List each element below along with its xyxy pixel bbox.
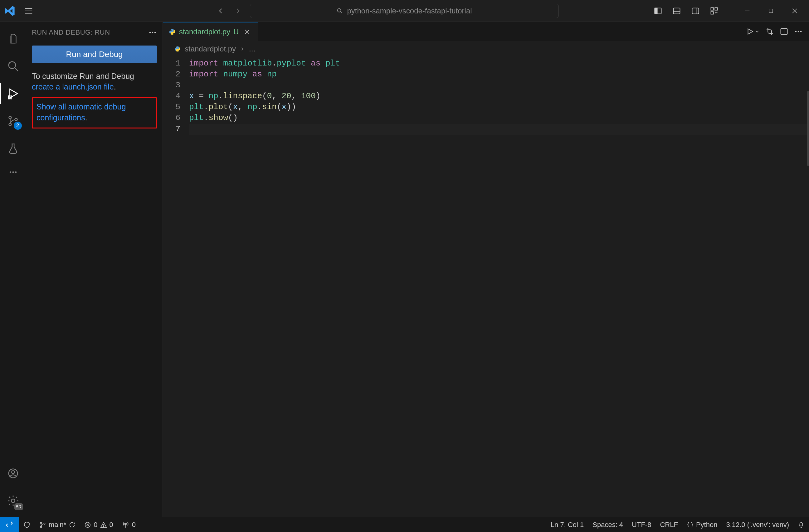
breadcrumb-more: ... <box>249 45 255 53</box>
vscode-logo-icon <box>2 3 17 18</box>
sidebar-title: RUN AND DEBUG: RUN <box>32 29 110 36</box>
nav-back-icon[interactable] <box>213 3 228 18</box>
run-debug-sidebar: RUN AND DEBUG: RUN Run and Debug To cust… <box>26 22 163 517</box>
svg-rect-6 <box>655 8 657 14</box>
svg-point-43 <box>800 31 802 32</box>
activity-testing-icon[interactable] <box>0 135 26 161</box>
code-line[interactable]: import matplotlib.pyplot as plt <box>189 58 809 69</box>
activity-source-control-icon[interactable]: 2 <box>0 108 26 134</box>
svg-line-22 <box>11 95 11 96</box>
window-minimize-icon[interactable] <box>737 3 757 18</box>
svg-point-34 <box>150 32 151 33</box>
code-line[interactable] <box>189 80 809 91</box>
split-editor-icon[interactable] <box>780 27 788 36</box>
status-indentation[interactable]: Spaces: 4 <box>588 521 627 529</box>
activity-settings-icon[interactable]: BR <box>0 488 26 514</box>
editor-tab[interactable]: standardplot.py U <box>163 22 258 41</box>
editor-area: standardplot.py U <box>163 22 809 517</box>
tab-filename: standardplot.py <box>179 28 230 36</box>
svg-line-19 <box>15 68 18 71</box>
svg-point-35 <box>152 32 154 33</box>
line-number: 2 <box>163 69 189 80</box>
svg-point-52 <box>125 523 126 525</box>
show-all-debug-configs-link[interactable]: Show all automatic debug configurations <box>36 102 126 122</box>
status-ports[interactable]: 0 <box>118 517 140 532</box>
customize-text-block: To customize Run and Debug create a laun… <box>32 71 157 92</box>
svg-rect-12 <box>715 7 717 10</box>
svg-point-44 <box>40 522 41 523</box>
error-icon <box>84 521 91 528</box>
code-line[interactable]: x = np.linspace(0, 20, 100) <box>189 91 809 102</box>
line-number: 1 <box>163 58 189 69</box>
radio-tower-icon <box>122 521 130 529</box>
status-trust-icon[interactable] <box>19 517 35 532</box>
compare-changes-icon[interactable] <box>765 27 774 36</box>
status-language[interactable]: Python <box>682 521 722 529</box>
status-eol[interactable]: CRLF <box>655 521 682 529</box>
line-number: 5 <box>163 102 189 112</box>
line-number: 3 <box>163 80 189 91</box>
status-interpreter[interactable]: 3.12.0 ('.venv': venv) <box>722 521 793 529</box>
status-cursor-position[interactable]: Ln 7, Col 1 <box>546 521 588 529</box>
status-branch[interactable]: main* <box>35 517 80 532</box>
remote-window-button[interactable] <box>0 517 19 532</box>
status-problems[interactable]: 0 0 <box>80 517 118 532</box>
activity-more-icon[interactable] <box>0 163 26 181</box>
window-close-icon[interactable] <box>785 3 805 18</box>
svg-point-30 <box>15 172 17 173</box>
settings-badge: BR <box>14 503 23 510</box>
command-center-search[interactable]: python-sample-vscode-fastapi-tutorial <box>250 4 559 18</box>
editor-tab-bar: standardplot.py U <box>163 22 809 41</box>
activity-run-debug-icon[interactable] <box>0 81 26 107</box>
svg-point-28 <box>10 172 11 173</box>
python-file-icon <box>169 28 176 36</box>
editor-more-icon[interactable] <box>794 27 803 36</box>
svg-point-41 <box>795 31 797 32</box>
status-encoding[interactable]: UTF-8 <box>627 521 655 529</box>
layout-panel-icon[interactable] <box>669 3 684 18</box>
tab-modified-marker: U <box>234 28 239 36</box>
layout-secondary-sidebar-icon[interactable] <box>688 3 703 18</box>
svg-point-32 <box>12 471 15 474</box>
layout-primary-sidebar-icon[interactable] <box>651 3 666 18</box>
layout-customize-icon[interactable] <box>707 3 722 18</box>
code-line[interactable] <box>189 124 809 135</box>
svg-rect-13 <box>711 12 713 14</box>
status-bar: main* 0 0 0 Ln 7, Col 1 Spaces: 4 UTF-8 … <box>0 517 809 532</box>
svg-point-33 <box>11 499 15 503</box>
activity-search-icon[interactable] <box>0 53 26 79</box>
svg-point-26 <box>9 123 11 126</box>
sync-icon[interactable] <box>69 521 75 528</box>
code-line[interactable]: plt.plot(x, np.sin(x)) <box>189 102 809 112</box>
breadcrumb[interactable]: standardplot.py ... <box>163 41 809 57</box>
svg-point-27 <box>15 118 17 121</box>
code-line[interactable]: plt.show() <box>189 112 809 124</box>
status-branch-name: main* <box>49 521 66 529</box>
status-notifications-icon[interactable] <box>793 521 809 528</box>
run-file-icon[interactable] <box>746 28 760 36</box>
code-editor[interactable]: 1import matplotlib.pyplot as plt2import … <box>163 57 809 517</box>
svg-line-23 <box>8 99 8 100</box>
svg-point-25 <box>9 116 11 119</box>
activity-accounts-icon[interactable] <box>0 460 26 486</box>
annotation-highlight-box: Show all automatic debug configurations. <box>32 97 157 128</box>
menu-hamburger-icon[interactable] <box>21 3 37 19</box>
run-and-debug-button[interactable]: Run and Debug <box>32 46 157 63</box>
status-ports-count: 0 <box>132 521 136 529</box>
code-line[interactable]: import numpy as np <box>189 69 809 80</box>
tab-close-icon[interactable] <box>242 26 253 37</box>
svg-point-51 <box>103 526 104 527</box>
svg-line-21 <box>8 95 8 96</box>
svg-rect-7 <box>674 8 680 14</box>
activity-explorer-icon[interactable] <box>0 25 26 52</box>
svg-point-29 <box>12 172 14 173</box>
svg-line-4 <box>341 12 342 13</box>
status-warnings-count: 0 <box>109 521 113 529</box>
window-maximize-icon[interactable] <box>761 3 781 18</box>
create-launch-json-link[interactable]: create a launch.json file <box>32 82 114 91</box>
chevron-right-icon <box>240 46 245 52</box>
svg-point-46 <box>44 523 45 524</box>
sidebar-more-icon[interactable] <box>148 28 157 37</box>
nav-forward-icon[interactable] <box>230 3 245 18</box>
warning-icon <box>100 521 107 528</box>
